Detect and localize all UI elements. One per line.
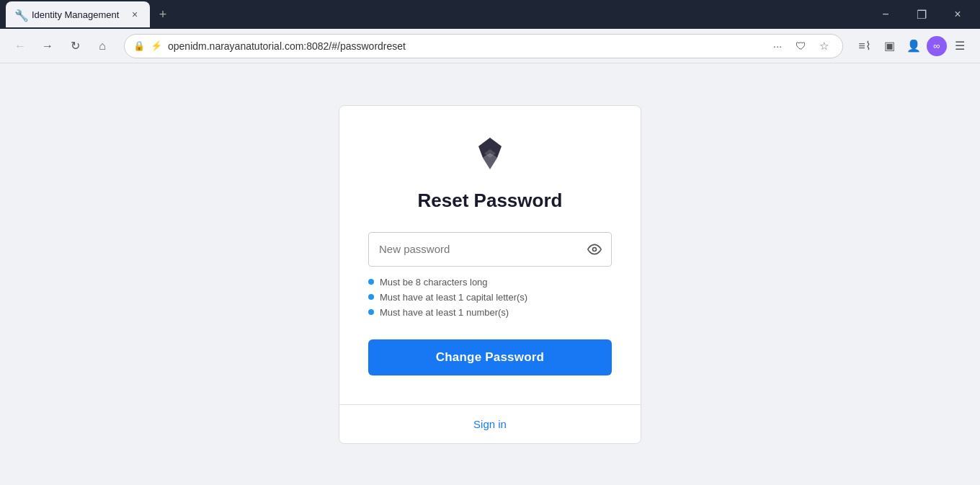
close-button[interactable]: × (941, 0, 974, 29)
toolbar-right-icons: ≡⌇ ▣ 👤 ∞ ☰ (853, 35, 971, 58)
sign-in-link[interactable]: Sign in (473, 418, 507, 430)
card-footer: Sign in (339, 404, 641, 443)
tab-favicon: 🔧 (14, 9, 26, 20)
requirement-dot-capital (368, 294, 374, 300)
sidebar-icon[interactable]: ▣ (878, 35, 901, 58)
tab-close-button[interactable]: × (128, 8, 141, 21)
new-tab-button[interactable]: + (153, 4, 173, 25)
logo-container (471, 135, 509, 175)
reader-mode-icon[interactable]: 🛡 (790, 36, 811, 56)
change-password-button[interactable]: Change Password (368, 339, 612, 375)
svg-point-3 (593, 247, 597, 251)
security-icon: 🔒 (133, 40, 145, 51)
new-password-input[interactable] (369, 233, 578, 266)
app-logo-icon (471, 135, 509, 172)
title-bar: 🔧 Identity Management × + − ❐ × (0, 0, 980, 29)
back-button[interactable]: ← (9, 35, 32, 58)
address-bar[interactable]: 🔒 ⚡ ··· 🛡 ☆ (124, 34, 843, 58)
requirement-length: Must be 8 characters long (368, 277, 612, 288)
phantom-extension-icon[interactable]: ∞ (927, 36, 947, 56)
window-controls: − ❐ × (869, 0, 974, 29)
reset-password-card: Reset Password Must be 8 cha (339, 105, 641, 444)
requirement-number-text: Must have at least 1 number(s) (380, 307, 509, 318)
reload-button[interactable]: ↻ (63, 35, 86, 58)
library-icon[interactable]: ≡⌇ (853, 35, 876, 58)
page-title: Reset Password (418, 190, 563, 212)
browser-tab[interactable]: 🔧 Identity Management × (6, 1, 150, 27)
requirement-capital: Must have at least 1 capital letter(s) (368, 292, 612, 303)
bookmark-icon[interactable]: ☆ (814, 36, 834, 56)
requirement-dot-number (368, 309, 374, 315)
home-button[interactable]: ⌂ (91, 35, 114, 58)
address-input[interactable] (168, 40, 762, 52)
card-main: Reset Password Must be 8 cha (339, 106, 641, 404)
browser-window: 🔧 Identity Management × + − ❐ × ← → ↻ ⌂ … (0, 0, 980, 485)
eye-icon (587, 242, 602, 257)
password-requirements: Must be 8 characters long Must have at l… (368, 277, 612, 322)
account-icon[interactable]: 👤 (902, 35, 925, 58)
maximize-button[interactable]: ❐ (905, 0, 938, 29)
page-content: Reset Password Must be 8 cha (0, 63, 980, 485)
address-actions: ··· 🛡 ☆ (767, 36, 834, 56)
requirement-length-text: Must be 8 characters long (380, 277, 488, 288)
requirement-capital-text: Must have at least 1 capital letter(s) (380, 292, 527, 303)
minimize-button[interactable]: − (869, 0, 902, 29)
menu-button[interactable]: ☰ (948, 35, 971, 58)
password-input-wrapper (368, 232, 612, 267)
requirement-number: Must have at least 1 number(s) (368, 307, 612, 318)
toggle-password-visibility-button[interactable] (578, 233, 611, 266)
site-icon: ⚡ (151, 40, 162, 51)
more-options-icon[interactable]: ··· (767, 36, 788, 56)
tab-title: Identity Management (32, 9, 122, 20)
forward-button[interactable]: → (36, 35, 59, 58)
requirement-dot-length (368, 279, 374, 285)
browser-toolbar: ← → ↻ ⌂ 🔒 ⚡ ··· 🛡 ☆ ≡⌇ ▣ 👤 ∞ ☰ (0, 29, 980, 63)
